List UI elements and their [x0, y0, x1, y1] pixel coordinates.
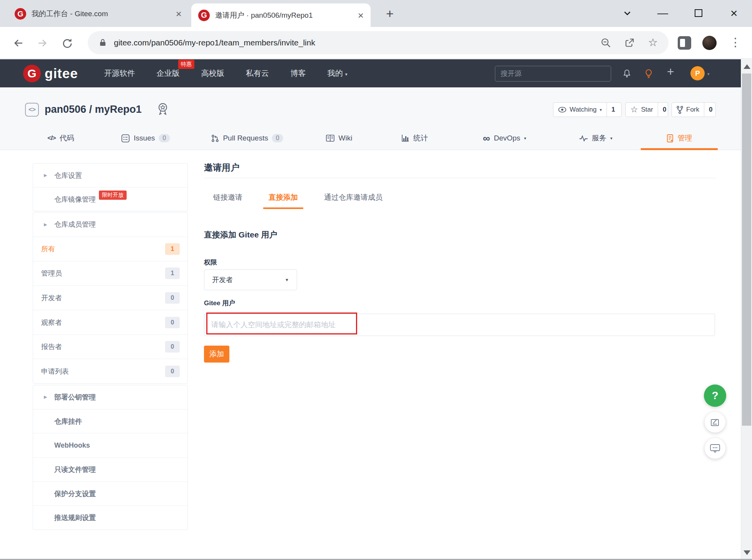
tab-invite-via-repo[interactable]: 通过仓库邀请成员 [323, 192, 383, 209]
comment-icon [709, 443, 721, 454]
gitee-user-input[interactable] [204, 314, 715, 336]
close-window-icon[interactable]: × [725, 5, 742, 21]
nav-link-private-cloud[interactable]: 私有云 [246, 68, 269, 79]
plus-icon[interactable]: + [667, 65, 674, 79]
sidebar-item-protected-branches[interactable]: 保护分支设置 [33, 481, 187, 506]
invite-tabs: 链接邀请 直接添加 通过仓库邀请成员 [212, 192, 383, 209]
permission-select[interactable]: 开发者 ▼ [204, 269, 297, 290]
sidebar-item-readonly-files[interactable]: 只读文件管理 [33, 457, 187, 481]
count-badge: 0 [165, 341, 180, 353]
new-tab-button[interactable]: + [386, 6, 394, 21]
nav-link-education[interactable]: 高校版 [201, 68, 224, 79]
page-title: 邀请用户 [204, 162, 239, 174]
zoom-out-icon[interactable] [600, 37, 611, 48]
watch-count[interactable]: 1 [607, 103, 620, 117]
browser-tab-workbench[interactable]: G 我的工作台 - Gitee.com × [8, 3, 189, 25]
close-tab-icon[interactable]: × [358, 10, 364, 20]
sidebar-item-all-members[interactable]: 所有 1 [33, 237, 187, 261]
section-title: 直接添加 Gitee 用户 [204, 229, 277, 240]
nav-link-opensource[interactable]: 开源软件 [104, 68, 135, 79]
caret-down-icon[interactable]: ▾ [707, 72, 710, 77]
minimize-window-icon[interactable]: — [654, 5, 671, 21]
nav-link-mine[interactable]: 我的▾ [328, 68, 348, 79]
feedback-button[interactable] [705, 412, 725, 433]
repo-tab-services[interactable]: 服务 ▾ [579, 128, 613, 149]
issues-count-pill: 0 [159, 134, 170, 142]
sidebar-item-reporters[interactable]: 报告者 0 [33, 334, 187, 359]
scrollbar-up-arrow[interactable] [744, 64, 750, 69]
chevron-right-icon: ▶ [44, 395, 49, 400]
permission-label: 权限 [204, 258, 217, 267]
gitee-logo[interactable]: G gitee [23, 65, 78, 82]
help-button[interactable]: ? [704, 384, 726, 407]
sidebar-item-admins[interactable]: 管理员 1 [33, 261, 187, 286]
maximize-window-icon[interactable] [690, 5, 707, 21]
scrollbar-down-arrow[interactable] [744, 550, 750, 555]
wiki-icon [326, 134, 335, 142]
sidebar-item-member-management[interactable]: ▶ 仓库成员管理 [33, 212, 187, 237]
nav-link-enterprise[interactable]: 企业版 特惠 [157, 68, 180, 79]
repo-tab-pull-requests[interactable]: Pull Requests 0 [211, 128, 283, 149]
sidebar-item-applications[interactable]: 申请列表 0 [33, 359, 187, 383]
divider [204, 178, 716, 178]
select-caret-icon: ▼ [285, 277, 289, 282]
gitee-navbar: G gitee 开源软件 企业版 特惠 高校版 私有云 博客 我的▾ + P ▾ [0, 59, 752, 87]
user-avatar[interactable]: P [690, 66, 705, 80]
tab-direct-add[interactable]: 直接添加 [263, 192, 303, 209]
fork-button[interactable]: Fork 0 [672, 102, 716, 117]
browser-tab-invite-user[interactable]: G 邀请用户 · pan0506/myRepo1 × [191, 3, 371, 27]
repo-tab-issues[interactable]: Issues 0 [121, 128, 170, 149]
forward-icon[interactable] [36, 37, 48, 49]
browser-profile-avatar[interactable] [702, 36, 717, 50]
repo-tab-wiki[interactable]: Wiki [326, 128, 353, 149]
lightbulb-icon[interactable] [643, 69, 654, 79]
reload-icon[interactable] [61, 37, 74, 50]
fork-count[interactable]: 0 [704, 103, 716, 117]
url-text: gitee.com/pan0506/my-repo1/team_members/… [114, 38, 593, 47]
add-button[interactable]: 添加 [204, 346, 229, 363]
fork-icon [677, 106, 683, 114]
count-badge: 1 [165, 243, 180, 255]
repo-tab-manage[interactable]: 管理 [667, 128, 692, 149]
sidebar-item-observers[interactable]: 观察者 0 [33, 310, 187, 334]
sidebar-item-push-rules[interactable]: 推送规则设置 [33, 505, 187, 530]
sidebar-item-repo-settings[interactable]: ▶ 仓库设置 [33, 164, 187, 187]
sidebar-item-repo-widget[interactable]: 仓库挂件 [33, 409, 187, 433]
watch-button[interactable]: Watching ▾ 1 [553, 102, 622, 117]
repo-tab-devops[interactable]: ∞ DevOps ▾ [483, 128, 526, 149]
medal-icon[interactable] [156, 102, 170, 117]
caret-down-icon: ▾ [600, 107, 602, 112]
sidebar-item-deploy-keys[interactable]: ▶ 部署公钥管理 [33, 385, 187, 409]
count-badge: 0 [165, 366, 180, 377]
repo-tab-code[interactable]: </> 代码 [47, 128, 74, 149]
lock-icon [99, 38, 107, 47]
sidebar-item-repo-mirror[interactable]: 仓库镜像管理 限时开放 [33, 187, 187, 211]
page-scrollbar[interactable] [741, 59, 752, 560]
tab-search-icon[interactable] [619, 5, 636, 21]
scrollbar-thumb[interactable] [742, 74, 751, 426]
url-bar[interactable]: gitee.com/pan0506/my-repo1/team_members/… [88, 31, 668, 54]
browser-tab-strip: G 我的工作台 - Gitee.com × G 邀请用户 · pan0506/m… [0, 0, 752, 27]
tab-link-invite[interactable]: 链接邀请 [212, 192, 243, 209]
count-badge: 0 [165, 292, 180, 304]
bell-icon[interactable] [622, 69, 632, 79]
sidebar-toggle-icon[interactable] [678, 36, 691, 50]
nav-link-blog[interactable]: 博客 [291, 68, 306, 79]
sidebar-item-webhooks[interactable]: WebHooks [33, 433, 187, 457]
comment-button[interactable] [705, 438, 725, 459]
star-icon: ☆ [630, 105, 638, 114]
kebab-menu-icon[interactable]: ⋮ [730, 35, 741, 49]
browser-toolbar: gitee.com/pan0506/my-repo1/team_members/… [0, 27, 752, 59]
sidebar-item-developers[interactable]: 开发者 0 [33, 286, 187, 310]
caret-down-icon: ▾ [610, 136, 613, 141]
back-icon[interactable] [12, 37, 25, 49]
share-icon[interactable] [624, 37, 635, 48]
bookmark-star-icon[interactable]: ☆ [648, 37, 658, 48]
repo-header: <> pan0506 / myRepo1 Watching ▾ 1 ☆ Star… [0, 87, 741, 150]
repo-breadcrumb[interactable]: pan0506 / myRepo1 [45, 104, 142, 115]
repo-tab-statistics[interactable]: 统计 [401, 128, 428, 149]
close-tab-icon[interactable]: × [176, 9, 182, 19]
gitee-search-input[interactable] [495, 66, 611, 82]
star-count[interactable]: 0 [658, 103, 668, 117]
star-button[interactable]: ☆ Star 0 [625, 102, 668, 117]
